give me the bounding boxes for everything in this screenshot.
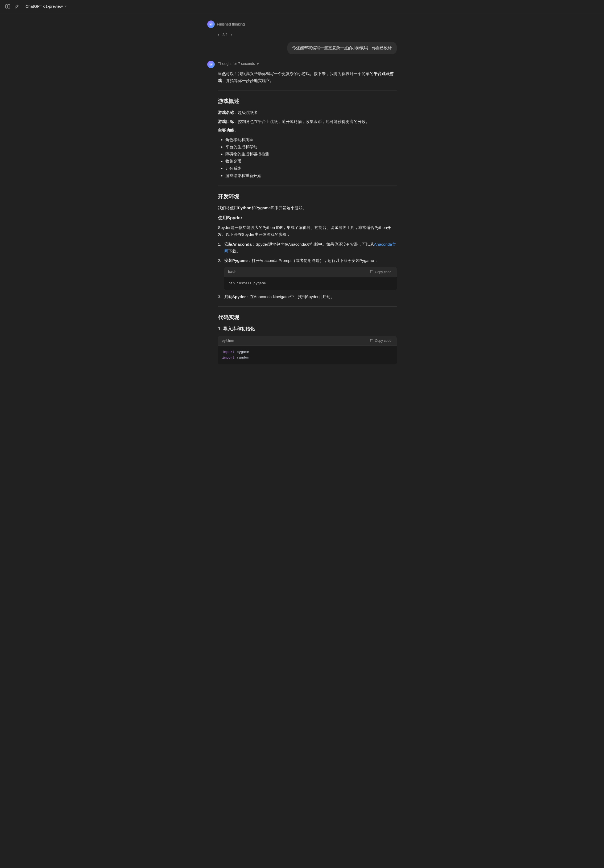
code-line: import pygame (222, 349, 392, 355)
python-copy-button[interactable]: Copy code (368, 338, 393, 343)
page-indicator: 2/2 (223, 32, 228, 37)
top-bar-icons (4, 3, 20, 10)
ai-response-avatar (207, 61, 215, 68)
section1-heading: 游戏概述 (218, 97, 397, 105)
bash-code-block: bash Copy code pip install pygame (224, 267, 397, 290)
list-item: 安装Pygame：打开Anaconda Prompt（或者使用终端），运行以下命… (218, 257, 397, 290)
list-item: 启动Spyder：在Anaconda Navigator中，找到Spyder并启… (218, 293, 397, 300)
svg-rect-1 (8, 5, 10, 8)
finished-thinking: Finished thinking (207, 19, 397, 30)
ai-response-content: Thought for 7 seconds ∨ 当然可以！我很高兴帮助你编写一个… (218, 61, 397, 367)
ai-avatar (207, 20, 215, 28)
ai-response: Thought for 7 seconds ∨ 当然可以！我很高兴帮助你编写一个… (207, 61, 397, 367)
thought-header-text: Thought for 7 seconds (218, 61, 255, 67)
model-selector[interactable]: ChatGPT o1-preview ∨ (23, 2, 69, 11)
finished-thinking-text: Finished thinking (217, 21, 245, 27)
bash-copy-button[interactable]: Copy code (368, 270, 393, 274)
python-lang: python (221, 338, 234, 344)
svg-rect-0 (6, 5, 8, 8)
python-code-block: python Copy code import pygame import ra… (218, 336, 397, 364)
page-next-button[interactable]: › (230, 32, 233, 37)
divider-3 (218, 306, 397, 307)
svg-rect-5 (371, 340, 373, 342)
list-item: 障碍物的生成和碰撞检测 (225, 150, 397, 158)
list-item: 计分系统 (225, 165, 397, 172)
bash-code-content: pip install pygame (224, 277, 397, 290)
svg-point-2 (209, 22, 213, 26)
list-item: 安装Anaconda：Spyder通常包含在Anaconda发行版中。如果你还没… (218, 241, 397, 254)
game-features-label: 主要功能： (218, 127, 397, 134)
game-name-label: 游戏名称：超级跳跃者 (218, 109, 397, 116)
steps-list: 安装Anaconda：Spyder通常包含在Anaconda发行版中。如果你还没… (218, 241, 397, 300)
list-item: 角色移动和跳跃 (225, 136, 397, 143)
svg-rect-4 (371, 271, 373, 273)
python-code-content: import pygame import random (218, 346, 397, 364)
bash-code-header: bash Copy code (224, 267, 397, 277)
list-item: 收集金币 (225, 158, 397, 165)
new-chat-button[interactable] (13, 3, 20, 10)
sidebar-toggle-button[interactable] (4, 3, 11, 10)
top-bar: ChatGPT o1-preview ∨ (0, 0, 604, 13)
main-content: Finished thinking ‹ 2/2 › 你还能帮我编写一些更复杂一点… (201, 13, 403, 393)
code-line: import random (222, 355, 392, 361)
thought-header[interactable]: Thought for 7 seconds ∨ (218, 61, 397, 67)
list-item: 游戏结束和重新开始 (225, 172, 397, 179)
section3-heading: 代码实现 (218, 313, 397, 322)
user-message-container: 你还能帮我编写一些更复杂一点的小游戏吗，你自己设计 (207, 42, 397, 54)
spyder-intro: Spyder是一款功能强大的Python IDE，集成了编辑器、控制台、调试器等… (218, 224, 397, 238)
intro-text: 当然可以！我很高兴帮助你编写一个更复杂的小游戏。接下来，我将为你设计一个简单的平… (218, 70, 397, 84)
svg-point-3 (209, 62, 213, 66)
pagination: ‹ 2/2 › (207, 30, 397, 42)
game-goal-label: 游戏目标：控制角色在平台上跳跃，避开障碍物，收集金币，尽可能获得更高的分数。 (218, 118, 397, 125)
section2-heading: 开发环境 (218, 192, 397, 201)
page-prev-button[interactable]: ‹ (217, 32, 220, 37)
features-list: 角色移动和跳跃 平台的生成和移动 障碍物的生成和碰撞检测 收集金币 计分系统 游… (218, 136, 397, 179)
thought-chevron-icon: ∨ (257, 61, 259, 67)
model-name: ChatGPT o1-preview (26, 3, 63, 9)
bash-lang: bash (228, 269, 236, 275)
user-message: 你还能帮我编写一些更复杂一点的小游戏吗，你自己设计 (287, 42, 397, 54)
section3-subheading: 1. 导入库和初始化 (218, 325, 397, 332)
chevron-down-icon: ∨ (64, 4, 67, 9)
spyder-heading: 使用Spyder (218, 214, 397, 222)
list-item: 平台的生成和移动 (225, 143, 397, 150)
section2-intro: 我们将使用Python和Pygame库来开发这个游戏。 (218, 205, 397, 211)
python-code-header: python Copy code (218, 336, 397, 346)
